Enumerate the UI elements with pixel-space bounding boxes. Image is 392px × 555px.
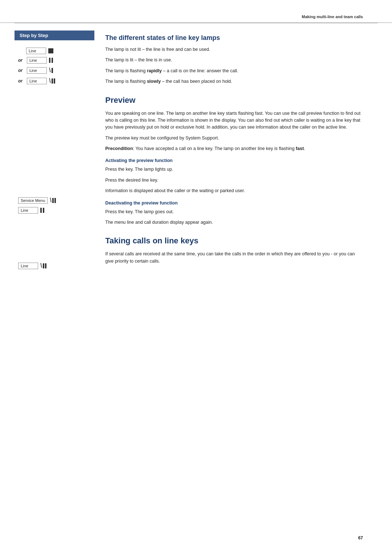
taking-calls-body: If several calls are received at the sam… [105,251,363,265]
line-box-2: Line [27,57,47,64]
service-menu-lamp: \ [50,197,56,204]
lamp-indicator-4: \ [49,77,55,85]
sidebar-spacer-preview [15,88,94,189]
deactivating-step-1: Press the key. The lamp goes out. [105,208,363,215]
line-key-row-3: or Line \ [18,66,94,74]
or-label-3: or [18,68,25,73]
lamp-indicator-3: \ [49,66,53,74]
step-by-step-header: Step by Step [15,31,94,40]
page-header: Making multi-line and team calls [0,0,392,23]
preview-body2: The preview key must be configured by Sy… [105,135,363,142]
service-menu-row: Service Menu \ [18,197,94,204]
lamp-state-3-desc: The lamp is flashing rapidly – a call is… [105,68,363,74]
line-box-1: Line [26,48,46,54]
activating-step-1: Press the key. The lamp lights up. [105,166,363,173]
deactivating-step-2: The menu line and call duration display … [105,219,363,226]
lamp-indicator-2 [49,58,53,63]
line-box-4: Line [27,78,47,84]
line-key-row-preview: Line [18,207,94,214]
line-key-row-2: or Line [18,57,94,64]
line-key-row-1: Line [26,48,94,54]
lamp-state-2-desc: The lamp is lit – the line is in use. [105,57,363,64]
activating-step-3: Information is displayed about the calle… [105,187,363,194]
line-box-preview: Line [18,207,38,214]
lamp-state-4-desc: The lamp is flashing slowly – the call h… [105,78,363,85]
line-key-lamps-title: The different states of line key lamps [105,34,363,42]
page-number: 67 [358,535,363,540]
preview-title: Preview [105,96,363,105]
line-box-deactivate: Line [18,263,38,269]
sidebar-preview-keys: Service Menu \ Line [15,197,94,214]
sidebar-deactivate-key: Line \ [15,262,94,270]
sidebar-spacer-deactivate [15,216,94,255]
precondition-text: Precondition: You have accepted a call o… [105,145,363,152]
header-title: Making multi-line and team calls [302,15,363,19]
lamp-deactivate: \ [40,262,46,270]
lamp-indicator-1 [48,48,53,53]
service-menu-box: Service Menu [18,197,48,204]
deactivating-title: Deactivating the preview function [105,200,363,206]
line-key-row-deactivate: Line \ [18,262,94,270]
activating-title: Activating the preview function [105,158,363,163]
sidebar-line-keys-top: Line or Line or Line [15,48,94,85]
preview-body1: You are speaking on one line. The lamp o… [105,110,363,131]
line-key-row-4: or Line \ [18,77,94,85]
sidebar: Step by Step Line or Line [15,23,94,276]
taking-calls-title: Taking calls on line keys [105,236,363,246]
main-content: The different states of line key lamps T… [94,23,377,276]
lamp-state-1-desc: The lamp is not lit – the line is free a… [105,46,363,53]
line-box-3: Line [27,67,47,74]
or-label-4: or [18,78,25,84]
line-lamp-preview [40,208,44,213]
or-label-2: or [18,58,25,63]
activating-step-2: Press the desired line key. [105,177,363,184]
